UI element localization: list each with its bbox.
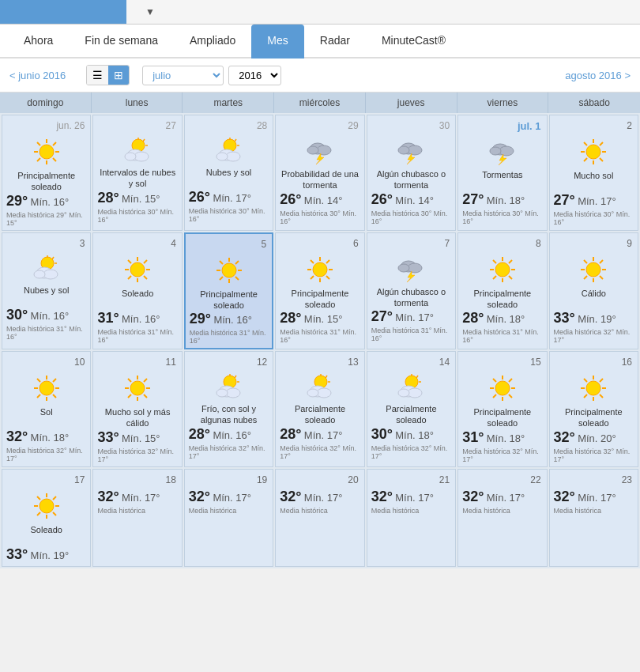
cal-day[interactable]: 15 Principalmente soleado31° Mín. 18°Med… — [457, 351, 547, 467]
dropdown-arrow-icon[interactable]: ▼ — [145, 6, 155, 17]
cal-day[interactable]: 27 Intervalos de nubes y sol28° Mín. 15°… — [92, 115, 182, 231]
svg-point-80 — [398, 264, 409, 272]
svg-point-15 — [125, 153, 136, 160]
cal-day[interactable]: 6 Principalmente soleado28° Mín. 15°Medi… — [275, 232, 364, 350]
svg-point-14 — [134, 152, 149, 161]
day-number: 18 — [97, 473, 177, 489]
historical-data: Media histórica — [554, 507, 634, 515]
year-select[interactable]: 201520162017 — [228, 66, 281, 85]
tab-fin_de_semana[interactable]: Fin de semana — [69, 25, 174, 59]
svg-line-65 — [220, 261, 223, 264]
cal-day[interactable]: 28 Nubes y sol26° Mín. 17°Media históric… — [184, 115, 273, 231]
temp-low: Mín. 16° — [31, 196, 70, 208]
day-number: 7 — [371, 236, 451, 252]
day-number: 4 — [97, 236, 177, 252]
cal-day[interactable]: jun. 26 Principalmente soleado29° Mín. 1… — [2, 115, 91, 231]
day-number: 10 — [6, 355, 86, 371]
cal-day[interactable]: 2032° Mín. 17°Media histórica — [275, 469, 364, 567]
cal-day[interactable]: 2332° Mín. 17°Media histórica — [549, 469, 638, 567]
cal-day[interactable]: 17 Soleado33° Mín. 19° — [2, 469, 91, 567]
temp-high: 31° — [462, 429, 484, 445]
day-header-martes: martes — [183, 92, 274, 113]
month-select[interactable]: enerofebreromarzoabrilmayojuniojulioagos… — [142, 66, 224, 85]
svg-line-153 — [584, 379, 587, 382]
cal-day[interactable]: 30 Algún chubasco o tormenta26° Mín. 14°… — [367, 115, 456, 231]
cal-day[interactable]: 10 Sol32° Mín. 18°Media histórica 32° Mí… — [2, 351, 91, 467]
temp-low: Mín. 17° — [304, 429, 343, 441]
next-month-link[interactable]: agosto 2016 > — [565, 70, 631, 81]
cal-day[interactable]: 8 Principalmente soleado28° Mín. 18°Medi… — [457, 232, 547, 350]
partly_cloudy-icon — [6, 255, 86, 283]
svg-line-58 — [144, 260, 147, 263]
sun-icon — [6, 492, 86, 523]
list-view-icon[interactable]: ☰ — [87, 66, 108, 85]
calendar-body: jun. 26 Principalmente soleado29° Mín. 1… — [0, 113, 640, 568]
day-number: 21 — [371, 473, 451, 489]
svg-point-0 — [40, 145, 54, 159]
day-number: 2 — [554, 119, 634, 134]
temp-high: 32° — [462, 489, 484, 504]
day-number: 23 — [554, 473, 634, 489]
cal-day[interactable]: 16 Principalmente soleado32° Mín. 20°Med… — [549, 351, 638, 467]
svg-line-164 — [53, 496, 56, 500]
svg-point-91 — [586, 262, 600, 277]
svg-line-76 — [326, 260, 329, 263]
tab-ampliado[interactable]: Ampliado — [174, 25, 251, 59]
day-number: jun. 26 — [6, 119, 86, 134]
cal-day[interactable]: jul. 1 Tormentas27° Mín. 18°Media histór… — [457, 115, 547, 231]
temp-display: 26° Mín. 14° — [280, 191, 360, 208]
temp-high: 28° — [280, 426, 301, 442]
temp-low: Mín. 18° — [487, 194, 525, 206]
day-number: 30 — [371, 119, 451, 134]
cal-controls: < junio 2016 ☰ ⊞ enerofebreromarzoabrilm… — [0, 59, 640, 92]
svg-line-156 — [584, 395, 587, 398]
temp-low: Mín. 16° — [31, 310, 70, 322]
cal-day[interactable]: 11 Mucho sol y más cálido33° Mín. 15°Med… — [92, 351, 182, 467]
svg-point-21 — [226, 152, 240, 161]
day-number: 20 — [280, 473, 360, 489]
svg-point-24 — [317, 145, 331, 155]
cal-day[interactable]: 2132° Mín. 17°Media histórica — [367, 469, 456, 567]
tab-mes[interactable]: Mes — [251, 25, 303, 59]
location-madrid[interactable]: ▼ — [126, 0, 640, 24]
cal-week-2: 10 Sol32° Mín. 18°Media histórica 32° Mí… — [2, 351, 638, 467]
tab-radar[interactable]: Radar — [304, 25, 366, 59]
weather-desc: Parcialmente soleado — [280, 403, 360, 426]
cal-day[interactable]: 14 Parcialmente soleado30° Mín. 18°Media… — [367, 351, 456, 467]
cal-day[interactable]: 9 Cálido33° Mín. 19°Media histórica 32° … — [549, 232, 638, 350]
cal-day[interactable]: 5 Principalmente soleado29° Mín. 16°Medi… — [184, 232, 273, 350]
calendar-wrapper: domingolunesmartesmiércolesjuevesviernes… — [0, 92, 640, 568]
cal-day[interactable]: 13 Parcialmente soleado28° Mín. 17°Media… — [275, 351, 364, 467]
location-spain[interactable] — [0, 0, 126, 24]
cal-day[interactable]: 2232° Mín. 17°Media histórica — [457, 469, 547, 567]
temp-display: 26° Mín. 14° — [371, 191, 451, 208]
temp-high: 28° — [97, 190, 119, 206]
temp-low: Mín. 20° — [578, 432, 616, 444]
cal-day[interactable]: 3 Nubes y sol30° Mín. 16°Media histórica… — [2, 232, 91, 350]
temp-display: 32° Mín. 17° — [371, 489, 451, 505]
cal-day[interactable]: 1832° Mín. 17°Media histórica — [92, 469, 182, 567]
day-number: 5 — [190, 237, 268, 253]
svg-line-67 — [235, 261, 239, 264]
weather-desc: Mucho sol y más cálido — [97, 406, 177, 429]
cal-day[interactable]: 4 Soleado31° Mín. 16°Media histórica 31°… — [92, 232, 182, 350]
cal-day[interactable]: 1932° Mín. 17°Media histórica — [184, 469, 273, 567]
svg-line-134 — [416, 376, 418, 378]
svg-line-90 — [493, 276, 496, 279]
temp-high: 28° — [462, 310, 484, 326]
cal-day[interactable]: 12 Frío, con sol y algunas nubes28° Mín.… — [184, 351, 273, 467]
calendar-header-row: domingolunesmartesmiércolesjuevesviernes… — [0, 92, 640, 113]
temp-display: 32° Mín. 20° — [554, 429, 634, 446]
temp-low: Mín. 15° — [122, 432, 160, 444]
cal-day[interactable]: 29 Probabilidad de una tormenta26° Mín. … — [275, 115, 364, 231]
cal-day[interactable]: 2 Mucho sol27° Mín. 17°Media histórica 3… — [549, 115, 638, 231]
historical-data: Media histórica 31° Mín. 16° — [371, 327, 451, 342]
cal-day[interactable]: 7 Algún chubasco o tormenta27° Mín. 17°M… — [367, 232, 456, 350]
weather-desc: Mucho sol — [554, 170, 634, 192]
prev-month-link[interactable]: < junio 2016 — [9, 70, 66, 81]
tab-ahora[interactable]: Ahora — [8, 25, 69, 59]
grid-view-icon[interactable]: ⊞ — [108, 66, 129, 85]
temp-low: Mín. 17° — [122, 492, 160, 504]
tab-minutecast[interactable]: MinuteCast® — [366, 25, 461, 59]
historical-data: Media histórica 31° Mín. 16° — [190, 329, 268, 345]
